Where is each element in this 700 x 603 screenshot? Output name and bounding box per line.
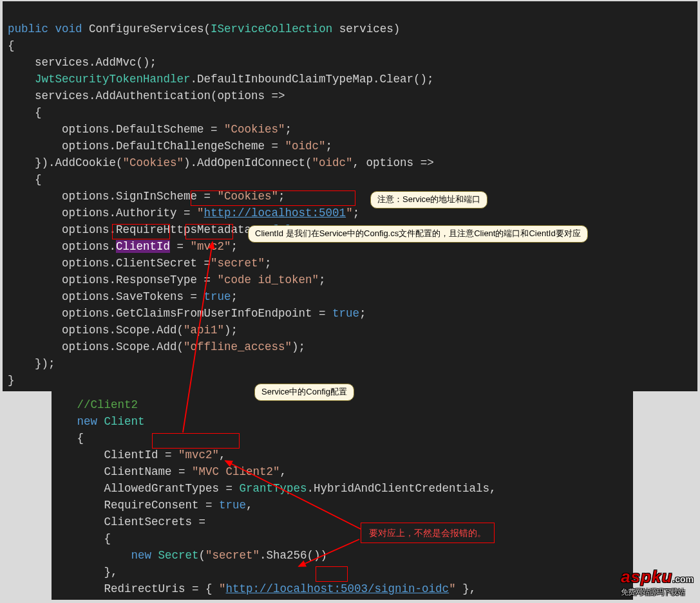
line: }).AddCookie("Cookies").AddOpenIdConnect… — [8, 156, 434, 169]
clientid-config-highlight-box — [152, 433, 240, 449]
line: RedirectUris = { "http://localhost:5003/… — [57, 582, 476, 595]
line: }); — [8, 357, 55, 370]
line: options.ClientId = "mvc2"; — [8, 240, 238, 253]
match-note-callout: 要对应上，不然是会报错的。 — [361, 523, 495, 543]
line: { — [8, 173, 42, 186]
line: { — [57, 532, 111, 545]
line: AllowedGrantTypes = GrantTypes.HybridAnd… — [57, 482, 497, 495]
line: new Client — [57, 415, 145, 428]
line: }, — [57, 566, 118, 579]
line: JwtSecurityTokenHandler.DefaultInboundCl… — [8, 73, 434, 86]
line: ClientSecrets = — [57, 515, 205, 528]
line: options.Authority = "http://localhost:50… — [8, 207, 359, 219]
line: ClientName = "MVC Client2", — [57, 465, 287, 478]
redirect-uri-highlight-box — [316, 566, 348, 582]
line: public void ConfigureServices(IServiceCo… — [8, 23, 400, 35]
authority-note-callout: 注意：Service的地址和端口 — [370, 191, 487, 209]
config-note-callout: Service中的Config配置 — [254, 384, 354, 401]
line: options.DefaultChallengeScheme = "oidc"; — [8, 140, 332, 153]
line: { — [8, 106, 42, 119]
clientid-highlight-box — [112, 224, 170, 239]
line: options.GetClaimsFromUserInfoEndpoint = … — [8, 307, 366, 320]
line: //Client2 — [57, 398, 138, 411]
line: } — [8, 374, 15, 387]
line: options.Scope.Add("offline_access"); — [8, 340, 305, 353]
authority-link[interactable]: http://localhost:5001 — [204, 207, 346, 219]
line: RequireConsent = true, — [57, 499, 253, 512]
line: new Secret("secret".Sha256()) — [57, 549, 327, 562]
line: options.ClientSecret ="secret"; — [8, 257, 272, 270]
line: options.Scope.Add("api1"); — [8, 324, 238, 337]
line: { — [57, 432, 84, 445]
line: ClientId = "mvc2", — [57, 449, 226, 461]
line: services.AddMvc(); — [8, 56, 156, 69]
watermark-logo: aspku.com 免费网站源码下载站 — [621, 567, 694, 598]
clientid-selection: ClientId — [116, 240, 170, 253]
redirect-uri-link[interactable]: http://localhost:5003/signin-oidc — [226, 582, 449, 595]
clientid-note-callout: ClientId 是我们在Service中的Config.cs文件配置的，且注意… — [248, 225, 588, 243]
authority-highlight-box — [191, 190, 355, 206]
line: services.AddAuthentication(options => — [8, 89, 285, 102]
clientid-value-highlight-box — [185, 224, 233, 239]
line: options.DefaultScheme = "Cookies"; — [8, 123, 292, 136]
line: options.SaveTokens = true; — [8, 290, 238, 303]
line: { — [8, 39, 15, 52]
line: options.ResponseType = "code id_token"; — [8, 274, 326, 286]
